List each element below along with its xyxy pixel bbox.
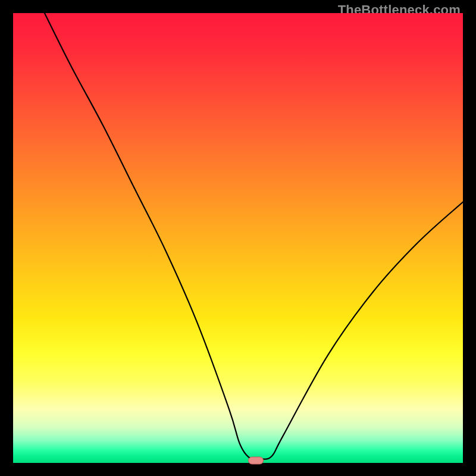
chart-frame: TheBottleneck.com (0, 0, 476, 476)
chart-marker (248, 457, 264, 465)
chart-line (13, 13, 463, 463)
chart-gradient-area (13, 13, 463, 463)
